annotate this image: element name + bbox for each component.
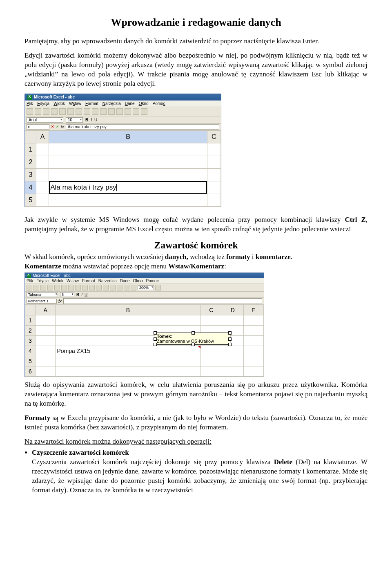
menu-dane[interactable]: Dane	[125, 101, 135, 106]
cell-b1[interactable]	[49, 143, 207, 156]
formula-input-2[interactable]	[63, 298, 262, 304]
select-all-corner[interactable]	[25, 305, 36, 315]
font-size-dropdown[interactable]: 8	[60, 292, 74, 297]
cell-a1[interactable]	[36, 143, 49, 156]
menu-plik[interactable]: Plik	[27, 279, 33, 283]
row-header-1[interactable]: 1	[25, 143, 36, 156]
sort-az-icon[interactable]	[110, 285, 116, 290]
resize-handle-icon[interactable]	[228, 331, 232, 335]
row-header-2[interactable]: 2	[25, 326, 36, 336]
row-header-2[interactable]: 2	[25, 156, 36, 168]
cell-b4-active[interactable]: Ala ma kota i trzy psy	[49, 181, 207, 194]
spell-icon[interactable]	[67, 108, 74, 115]
row-header-5[interactable]: 5	[25, 194, 36, 206]
confirm-edit-icon[interactable]: ✓	[56, 125, 59, 129]
cut-icon[interactable]	[76, 108, 82, 115]
fx-icon[interactable]: fx	[61, 125, 64, 129]
font-name-dropdown[interactable]: Arial	[27, 117, 63, 123]
print-icon[interactable]	[47, 285, 53, 290]
cell-c4[interactable]	[207, 181, 220, 194]
cell-a5[interactable]	[36, 194, 49, 206]
bold-button[interactable]: B	[85, 118, 88, 122]
row-header-1[interactable]: 1	[25, 315, 36, 326]
menu-edycja[interactable]: Edycja	[37, 101, 49, 106]
resize-handle-icon[interactable]	[228, 343, 232, 346]
col-header-e[interactable]: E	[243, 305, 263, 315]
row-header-4[interactable]: 4	[25, 181, 36, 194]
fx-icon[interactable]: fx	[58, 299, 62, 304]
copy-icon[interactable]	[84, 108, 90, 115]
bold-button[interactable]: B	[76, 293, 79, 297]
col-header-b[interactable]: B	[49, 130, 207, 143]
italic-button[interactable]: I	[91, 118, 92, 122]
new-icon[interactable]	[27, 285, 32, 290]
menu-pomoc[interactable]: Pomoc	[153, 101, 165, 106]
row-header-3[interactable]: 3	[25, 336, 36, 346]
italic-button[interactable]: I	[81, 293, 82, 297]
sort-za-icon[interactable]	[133, 108, 139, 115]
cell-a4[interactable]	[36, 181, 49, 194]
cell-c1[interactable]	[207, 143, 220, 156]
sort-za-icon[interactable]	[117, 285, 122, 290]
resize-handle-icon[interactable]	[228, 337, 232, 341]
name-box[interactable]: x	[27, 124, 49, 130]
formula-input[interactable]: Ala ma kota i trzy psy	[66, 124, 219, 130]
row-header-4[interactable]: 4	[25, 346, 36, 356]
cell-c5[interactable]	[207, 194, 220, 206]
resize-handle-icon[interactable]	[192, 343, 195, 346]
select-all-corner[interactable]	[25, 130, 36, 143]
underline-button[interactable]: U	[85, 293, 87, 297]
undo-icon[interactable]	[82, 285, 88, 290]
comment-box[interactable]: Tomek: Zamontowana w OŚ-Kraków	[155, 333, 230, 345]
menu-widok[interactable]: Widok	[52, 279, 63, 283]
menu-okno[interactable]: Okno	[133, 279, 143, 283]
redo-icon[interactable]	[108, 108, 115, 115]
zoom-dropdown[interactable]: 200%	[138, 285, 154, 290]
paste-icon[interactable]	[75, 285, 81, 290]
save-icon[interactable]	[40, 285, 46, 290]
name-box-2[interactable]: Komentarz 1	[27, 299, 57, 304]
help-icon[interactable]	[155, 285, 161, 290]
draw-icon[interactable]	[131, 285, 136, 290]
font-name-dropdown[interactable]: Tahoma	[27, 292, 58, 297]
row-header-5[interactable]: 5	[25, 356, 36, 366]
sort-az-icon[interactable]	[125, 108, 131, 115]
cell-b4[interactable]: Pompa ZX15	[56, 346, 200, 356]
cell-c3[interactable]	[207, 168, 220, 181]
preview-icon[interactable]	[59, 108, 66, 115]
row-header-6[interactable]: 6	[25, 366, 36, 377]
cell-a3[interactable]	[36, 168, 49, 181]
resize-handle-icon[interactable]	[154, 331, 157, 335]
menu-okno[interactable]: Okno	[139, 101, 149, 106]
chart-icon[interactable]	[141, 108, 147, 115]
col-header-b[interactable]: B	[56, 305, 200, 315]
paste-icon[interactable]	[92, 108, 98, 115]
col-header-a[interactable]: A	[36, 130, 49, 143]
underline-button[interactable]: U	[94, 118, 97, 122]
col-header-d[interactable]: D	[222, 305, 244, 315]
menu-dane[interactable]: Dane	[120, 279, 130, 283]
print-icon[interactable]	[51, 108, 58, 115]
resize-handle-icon[interactable]	[154, 343, 157, 346]
col-header-c[interactable]: C	[207, 130, 220, 143]
menu-plik[interactable]: Plik	[27, 101, 33, 106]
cell-b5[interactable]	[49, 194, 207, 206]
col-header-a[interactable]: A	[36, 305, 56, 315]
cell-c2[interactable]	[207, 156, 220, 168]
resize-handle-icon[interactable]	[192, 331, 195, 335]
menu-wstaw[interactable]: Wstaw	[67, 279, 79, 283]
row-header-3[interactable]: 3	[25, 168, 36, 181]
menu-pomoc[interactable]: Pomoc	[146, 279, 159, 283]
undo-icon[interactable]	[100, 108, 107, 115]
copy-icon[interactable]	[68, 285, 74, 290]
font-size-dropdown[interactable]: 10	[66, 117, 83, 123]
col-header-c[interactable]: C	[200, 305, 222, 315]
save-icon[interactable]	[43, 108, 49, 115]
cut-icon[interactable]	[61, 285, 67, 290]
open-icon[interactable]	[33, 285, 39, 290]
menu-narzedzia[interactable]: Narzędzia	[102, 101, 121, 106]
redo-icon[interactable]	[89, 285, 95, 290]
link-icon[interactable]	[96, 285, 102, 290]
menu-format[interactable]: Format	[85, 101, 98, 106]
menu-format[interactable]: Format	[82, 279, 95, 283]
